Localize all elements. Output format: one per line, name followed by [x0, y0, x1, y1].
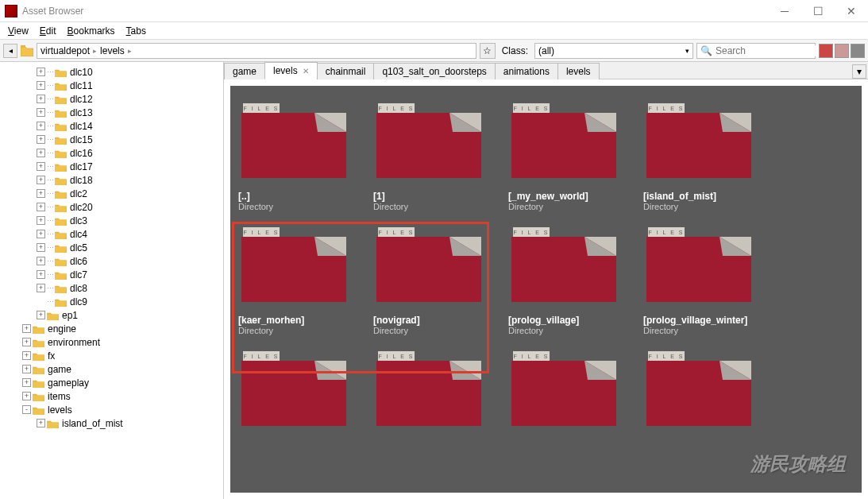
tab-animations[interactable]: animations: [495, 63, 558, 79]
folder-item[interactable]: F I L E S[novigrad]Directory: [373, 226, 508, 335]
nav-back-button[interactable]: ◂: [3, 44, 17, 58]
tab-levels[interactable]: levels: [557, 63, 600, 79]
tab-chainmail[interactable]: chainmail: [317, 63, 375, 79]
breadcrumb[interactable]: virtualdepot▸levels▸: [37, 43, 476, 59]
menu-tabs[interactable]: Tabs: [122, 24, 151, 38]
tree-item-dlc15[interactable]: +⋯dlc15: [0, 133, 223, 146]
tree-expand-icon[interactable]: +: [22, 351, 31, 360]
item-name: [_my_new_world]: [508, 191, 588, 202]
folder-item[interactable]: F I L E S[island_of_mist]Directory: [643, 102, 778, 211]
minimize-button[interactable]: ─: [768, 0, 801, 22]
tree-item-dlc20[interactable]: +⋯dlc20: [0, 200, 223, 214]
tree-item-dlc12[interactable]: +⋯dlc12: [0, 92, 223, 106]
tree-expand-icon[interactable]: +: [37, 270, 45, 279]
tree-expand-icon[interactable]: +: [37, 243, 45, 252]
tab-overflow-button[interactable]: ▾: [852, 64, 866, 79]
tree-expand-icon[interactable]: +: [37, 203, 45, 211]
tree-item-dlc11[interactable]: +⋯dlc11: [0, 79, 223, 92]
tree-expand-icon[interactable]: -: [22, 405, 31, 414]
folder-icon: [55, 257, 67, 266]
title-bar: Asset Browser ─ ☐ ✕: [0, 0, 868, 22]
tree-item-fx[interactable]: +fx: [0, 349, 223, 362]
folder-item[interactable]: F I L E S: [373, 350, 508, 439]
tree-expand-icon[interactable]: +: [37, 122, 45, 130]
tree-item-levels[interactable]: -levels: [0, 403, 223, 416]
tree-expand-icon[interactable]: +: [37, 176, 45, 184]
tree-expand-icon[interactable]: +: [37, 149, 45, 157]
breadcrumb-item[interactable]: levels: [100, 45, 125, 56]
tree-expand-icon[interactable]: +: [37, 108, 45, 117]
tree-expand-icon[interactable]: +: [37, 189, 45, 198]
tab-levels[interactable]: levels✕: [264, 62, 318, 79]
tree-expand-icon[interactable]: +: [22, 392, 31, 400]
folder-item[interactable]: F I L E S: [238, 350, 373, 439]
tab-q103_salt_on_doorsteps[interactable]: q103_salt_on_doorsteps: [373, 63, 495, 79]
tab-close-icon[interactable]: ✕: [303, 67, 309, 75]
tree-label: engine: [48, 323, 76, 335]
view-mode-3-button[interactable]: [851, 44, 865, 58]
tree-item-dlc6[interactable]: +⋯dlc6: [0, 254, 223, 268]
folder-item[interactable]: F I L E S[prolog_village_winter]Director…: [643, 226, 778, 335]
tree-item-dlc14[interactable]: +⋯dlc14: [0, 119, 223, 133]
tree-expand-icon[interactable]: +: [37, 284, 45, 292]
tree-item-engine[interactable]: +engine: [0, 322, 223, 335]
item-type: Directory: [643, 202, 678, 211]
search-input[interactable]: [716, 45, 835, 56]
tree-expand-icon[interactable]: +: [37, 162, 45, 171]
tree-item-dlc5[interactable]: +⋯dlc5: [0, 241, 223, 254]
folder-item[interactable]: F I L E S: [508, 350, 643, 439]
menu-view[interactable]: View: [3, 24, 33, 38]
tree-expand-icon[interactable]: +: [37, 230, 45, 238]
close-button[interactable]: ✕: [835, 0, 868, 22]
tree-item-game[interactable]: +game: [0, 362, 223, 376]
menu-edit[interactable]: Edit: [35, 24, 61, 38]
tree-item-dlc2[interactable]: +⋯dlc2: [0, 187, 223, 200]
folder-icon: [55, 189, 67, 199]
tree-expand-icon[interactable]: +: [37, 257, 45, 265]
folder-item[interactable]: F I L E S: [643, 350, 778, 439]
view-mode-2-button[interactable]: [835, 44, 849, 58]
tree-expand-icon[interactable]: +: [22, 338, 31, 346]
tree-item-items[interactable]: +items: [0, 389, 223, 403]
tree-item-environment[interactable]: +environment: [0, 335, 223, 349]
tab-game[interactable]: game: [224, 63, 265, 79]
maximize-button[interactable]: ☐: [801, 0, 835, 22]
grid-view[interactable]: F I L E S[..]DirectoryF I L E S[1]Direct…: [230, 86, 862, 493]
tree-item-dlc13[interactable]: +⋯dlc13: [0, 106, 223, 119]
tree-item-dlc18[interactable]: +⋯dlc18: [0, 173, 223, 187]
folder-item[interactable]: F I L E S[_my_new_world]Directory: [508, 102, 643, 211]
folder-icon: [55, 68, 67, 77]
tree-item-dlc7[interactable]: +⋯dlc7: [0, 268, 223, 281]
tree-item-dlc10[interactable]: +⋯dlc10: [0, 65, 223, 79]
folder-item[interactable]: F I L E S[1]Directory: [373, 102, 508, 211]
tree-expand-icon[interactable]: +: [37, 135, 45, 144]
tree-item-island_of_mist[interactable]: +island_of_mist: [0, 416, 223, 430]
tree-expand-icon[interactable]: +: [22, 378, 31, 387]
bookmark-button[interactable]: ☆: [480, 43, 496, 59]
tree-expand-icon[interactable]: +: [37, 81, 45, 90]
tree-item-dlc17[interactable]: +⋯dlc17: [0, 160, 223, 173]
class-select[interactable]: (all) ▾: [534, 43, 693, 59]
tree-panel[interactable]: +⋯dlc10+⋯dlc11+⋯dlc12+⋯dlc13+⋯dlc14+⋯dlc…: [0, 62, 224, 499]
tree-expand-icon[interactable]: +: [37, 216, 45, 225]
tree-expand-icon[interactable]: +: [22, 324, 31, 333]
search-box[interactable]: 🔍: [696, 43, 816, 59]
folder-item[interactable]: F I L E S[kaer_morhen]Directory: [238, 226, 373, 335]
tree-expand-icon[interactable]: +: [22, 365, 31, 373]
tree-item-dlc8[interactable]: +⋯dlc8: [0, 281, 223, 295]
tree-item-dlc3[interactable]: +⋯dlc3: [0, 214, 223, 227]
tree-expand-icon[interactable]: +: [37, 68, 45, 76]
tree-item-dlc16[interactable]: +⋯dlc16: [0, 146, 223, 160]
tree-item-dlc4[interactable]: +⋯dlc4: [0, 227, 223, 241]
menu-bookmarks[interactable]: Bookmarks: [63, 24, 120, 38]
tree-item-ep1[interactable]: +ep1: [0, 308, 223, 322]
tree-item-dlc9[interactable]: ⋯dlc9: [0, 295, 223, 308]
folder-item[interactable]: F I L E S[prolog_village]Directory: [508, 226, 643, 335]
folder-item[interactable]: F I L E S[..]Directory: [238, 102, 373, 211]
tree-expand-icon[interactable]: +: [37, 419, 45, 427]
tree-expand-icon[interactable]: +: [37, 95, 45, 103]
breadcrumb-item[interactable]: virtualdepot: [41, 45, 90, 56]
tree-item-gameplay[interactable]: +gameplay: [0, 376, 223, 389]
tree-expand-icon[interactable]: +: [37, 311, 45, 319]
view-mode-1-button[interactable]: [819, 44, 833, 58]
